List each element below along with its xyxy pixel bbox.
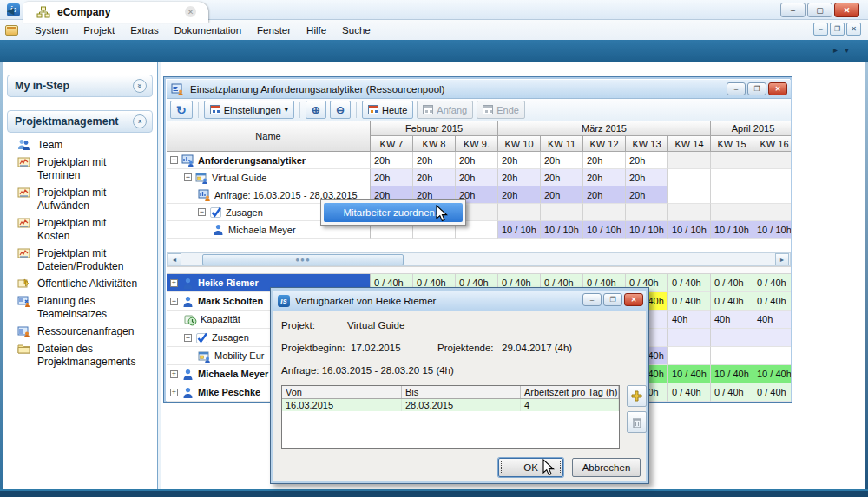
menu-item-projekt[interactable]: Projekt: [76, 23, 122, 37]
expand-expander-icon[interactable]: +: [170, 389, 178, 396]
grid-cell[interactable]: [753, 204, 791, 221]
grid-cell[interactable]: 0 / 40h: [711, 274, 753, 292]
sidebar-item[interactable]: Öffentliche Aktivitäten: [17, 278, 156, 291]
grid-row[interactable]: Anfrage: 16.03.2015 - 28.03.201520h20h20…: [167, 186, 791, 204]
grid-cell[interactable]: [668, 186, 711, 204]
grid-cell[interactable]: 10 / 10h: [626, 221, 668, 239]
grid-cell[interactable]: [753, 186, 791, 204]
refresh-button[interactable]: ↻: [170, 101, 193, 119]
grid-cell[interactable]: 20h: [583, 152, 626, 169]
panel-my-instep[interactable]: My in-Step »: [7, 75, 153, 97]
planner-restore-button[interactable]: ❐: [747, 82, 766, 95]
sidebar-item[interactable]: Team: [17, 139, 156, 152]
dialog-close-button[interactable]: ✕: [624, 293, 643, 306]
grid-cell[interactable]: [541, 204, 583, 221]
grid-cell[interactable]: 10 / 40h: [753, 365, 791, 383]
grid-cell[interactable]: 20h: [498, 186, 541, 204]
grid-cell[interactable]: 20h: [413, 152, 456, 169]
sidebar-item[interactable]: Ressourcenanfragen: [17, 325, 156, 338]
grid-cell[interactable]: 20h: [498, 152, 541, 169]
grid-cell[interactable]: 40h: [668, 311, 711, 329]
maximize-button[interactable]: ▢: [807, 3, 832, 17]
week-header[interactable]: KW 16: [753, 136, 791, 152]
grid-cell[interactable]: [668, 152, 711, 169]
grid-cell[interactable]: [668, 204, 711, 221]
collapse-expander-icon[interactable]: −: [170, 298, 178, 305]
scrollbar-right-arrow[interactable]: ►: [775, 253, 789, 265]
grid-cell[interactable]: 20h: [456, 152, 498, 169]
week-header[interactable]: KW 8: [413, 136, 456, 152]
sidebar-item[interactable]: Projektplan mit Aufwänden: [17, 186, 156, 213]
grid-cell[interactable]: 10 / 10h: [668, 221, 711, 239]
grid-cell[interactable]: 20h: [626, 186, 668, 204]
menu-item-system[interactable]: System: [27, 23, 76, 37]
grid-cell[interactable]: [626, 204, 668, 221]
tab-overflow-icons[interactable]: ▸▾: [833, 45, 856, 55]
week-header[interactable]: KW 9.: [456, 136, 498, 152]
grid-cell[interactable]: 20h: [626, 152, 668, 169]
grid-row[interactable]: −Virtual Guide20h20h20h20h20h20h20h: [167, 169, 791, 186]
planner-close-button[interactable]: ✕: [768, 82, 787, 95]
zoom-out-button[interactable]: ⊖: [330, 101, 351, 119]
row-name-cell[interactable]: −Virtual Guide: [167, 169, 371, 186]
grid-cell[interactable]: 10 / 10h: [583, 221, 626, 239]
grid-cell[interactable]: 10 / 10h: [498, 221, 541, 239]
week-header[interactable]: KW 10: [498, 136, 541, 152]
system-menu-icon[interactable]: [5, 25, 18, 36]
week-header[interactable]: KW 12: [583, 136, 626, 152]
close-button[interactable]: ✕: [834, 3, 859, 17]
scrollbar-left-arrow[interactable]: ◄: [168, 253, 181, 265]
grid-cell[interactable]: 20h: [541, 186, 583, 204]
einstellungen-button[interactable]: Einstellungen ▾: [204, 101, 294, 119]
sidebar-item[interactable]: Planung des Teameinsatzes: [17, 295, 156, 321]
week-header[interactable]: KW 13: [626, 136, 668, 152]
grid-cell[interactable]: 20h: [413, 169, 456, 186]
grid-cell[interactable]: [583, 204, 626, 221]
sidebar-item[interactable]: Projektplan mit Kosten: [17, 217, 156, 243]
grid-cell[interactable]: 20h: [371, 152, 413, 169]
dialog-title-bar[interactable]: is Verfügbarkeit von Heike Riemer – ❐ ✕: [273, 291, 646, 311]
grid-cell[interactable]: 0 / 40h: [668, 383, 711, 402]
dialog-table-row[interactable]: 16.03.201528.03.20154: [282, 399, 619, 411]
chevron-down-icon[interactable]: »: [133, 79, 147, 93]
grid-cell[interactable]: 20h: [583, 169, 626, 186]
menu-item-fenster[interactable]: Fenster: [249, 23, 299, 37]
grid-cell[interactable]: 10 / 10h: [541, 221, 583, 239]
grid-cell[interactable]: 20h: [626, 169, 668, 186]
delete-row-button[interactable]: [627, 411, 647, 433]
ok-button[interactable]: OK: [498, 458, 563, 477]
row-name-cell[interactable]: −Anforderungsanalytiker: [167, 152, 371, 169]
grid-cell[interactable]: 20h: [541, 169, 583, 186]
grid-cell[interactable]: 0 / 40h: [668, 274, 711, 292]
dialog-table-header[interactable]: Arbeitszeit pro Tag (h): [521, 386, 619, 398]
ende-button[interactable]: Ende: [477, 101, 525, 119]
scrollbar-thumb[interactable]: ●●●: [202, 254, 404, 265]
grid-row[interactable]: −Zusagen: [167, 204, 791, 221]
panel-projektmanagement[interactable]: Projektmanagement »: [7, 110, 153, 133]
context-menu-item-mitarbeiter-zuordnen[interactable]: Mitarbeiter zuordnen...: [324, 203, 463, 222]
mdi-restore-button[interactable]: ❐: [830, 23, 845, 36]
grid-cell[interactable]: 0 / 40h: [753, 383, 791, 402]
menu-item-suche[interactable]: Suche: [334, 23, 378, 37]
tab-close-icon[interactable]: ✕: [185, 6, 196, 17]
tab-ecompany[interactable]: eCompany ✕: [23, 2, 208, 23]
dialog-restore-button[interactable]: ❐: [603, 293, 622, 306]
minimize-button[interactable]: –: [780, 3, 806, 17]
dialog-table-cell[interactable]: 28.03.2015: [402, 399, 521, 411]
grid-cell[interactable]: [668, 347, 711, 365]
grid-cell[interactable]: [711, 329, 753, 347]
dialog-table-cell[interactable]: 16.03.2015: [282, 399, 402, 411]
grid-cell[interactable]: 0 / 40h: [753, 274, 791, 292]
cancel-button[interactable]: Abbrechen: [572, 458, 641, 477]
grid-cell[interactable]: 0 / 40h: [711, 383, 753, 402]
anfang-button[interactable]: Anfang: [417, 101, 473, 119]
grid-cell[interactable]: [753, 329, 791, 347]
sidebar-item[interactable]: Projektplan mit Dateien/Produkten: [17, 247, 156, 273]
grid-cell[interactable]: 10 / 10h: [753, 221, 791, 239]
grid-cell[interactable]: [668, 169, 711, 186]
collapse-expander-icon[interactable]: −: [198, 208, 206, 216]
grid-cell[interactable]: [753, 152, 791, 169]
dialog-table-cell[interactable]: 4: [521, 399, 619, 411]
week-header[interactable]: KW 14: [668, 136, 711, 152]
grid-row[interactable]: Michaela Meyer10 / 10h10 / 10h10 / 10h10…: [167, 221, 791, 239]
